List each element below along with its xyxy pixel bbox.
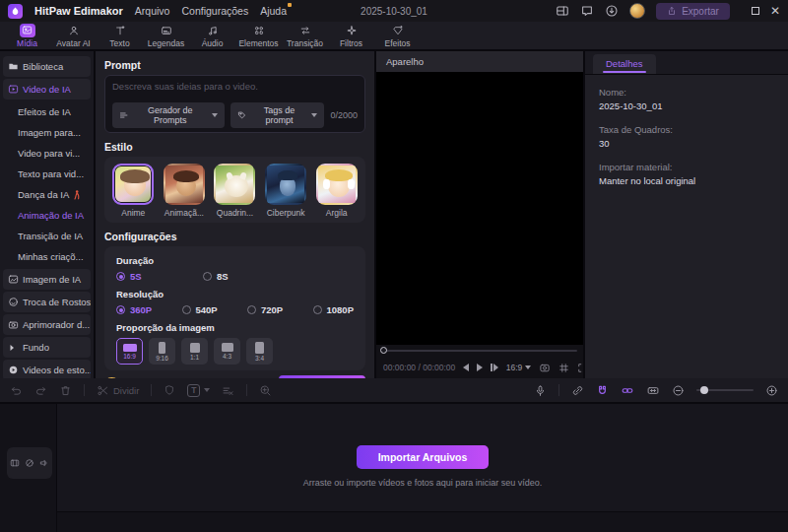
import-material-label: Importar material:	[599, 162, 774, 172]
undo-icon[interactable]	[10, 384, 23, 397]
resolution-540p-radio[interactable]: 540P	[182, 304, 248, 315]
export-button[interactable]: Exportar	[656, 3, 730, 20]
sidebar-item-aprimorador[interactable]: Aprimorador d...	[3, 314, 91, 335]
timeline-canvas[interactable]: Importar Arquivos Arraste ou importe víd…	[57, 404, 788, 532]
sidebar-item-danca-da-ia[interactable]: Dança da IA	[3, 184, 91, 205]
style-ciberpunk[interactable]: Ciberpunk	[265, 164, 307, 218]
workspace: Biblioteca Video de IA Efeitos de IA Ima…	[0, 51, 788, 378]
preview-aspect-dropdown[interactable]: 16:9	[506, 363, 532, 372]
feedback-icon[interactable]	[580, 4, 594, 18]
sidebar-item-troca-de-rostos[interactable]: Troca de Rostos	[3, 292, 91, 312]
prompt-generator-button[interactable]: Gerador de Prompts	[112, 102, 225, 128]
sidebar-item-imagem-de-ia[interactable]: Imagem de IA	[3, 269, 91, 290]
tab-detalhes[interactable]: Detalhes	[593, 54, 656, 74]
hide-track-icon[interactable]	[25, 458, 34, 468]
prompt-tags-button[interactable]: Tags de prompt	[230, 102, 325, 128]
seekbar-track	[382, 350, 577, 352]
style-argila[interactable]: Argila	[315, 164, 358, 218]
duration-5s-radio[interactable]: 5S	[116, 271, 203, 282]
zoom-to-fit-icon[interactable]	[259, 384, 272, 397]
delete-track-icon[interactable]	[222, 384, 234, 397]
tab-legendas[interactable]: Legendas	[143, 24, 189, 48]
download-icon[interactable]	[605, 4, 619, 18]
chevron-down-icon	[212, 113, 218, 117]
resolution-1080p-radio[interactable]: 1080P	[313, 304, 354, 315]
tab-efeitos[interactable]: Efeitos	[374, 24, 421, 48]
seekbar-handle[interactable]	[380, 347, 387, 354]
timeline-zoom-slider[interactable]	[696, 389, 754, 391]
sidebar-item-transicao-de-ia[interactable]: Transição de IA	[3, 226, 91, 246]
export-icon	[667, 6, 677, 16]
app-name: HitPaw Edimakor	[34, 5, 123, 17]
redo-icon[interactable]	[34, 384, 47, 397]
window-maximize-button[interactable]	[752, 7, 759, 15]
menu-arquivo[interactable]: Arquivo	[135, 5, 170, 17]
snapshot-icon[interactable]	[539, 362, 551, 373]
grid-icon[interactable]	[558, 363, 569, 373]
auto-ripple-icon[interactable]	[621, 384, 634, 397]
tab-elementos[interactable]: Elementos	[235, 24, 282, 48]
import-files-button[interactable]: Importar Arquivos	[357, 445, 490, 469]
sidebar-item-texto-para[interactable]: Texto para vid...	[3, 164, 91, 184]
sidebar-item-animacao-de-ia[interactable]: Animação de IA	[3, 205, 91, 226]
play-icon[interactable]	[477, 364, 483, 371]
elements-icon	[252, 24, 266, 37]
framerate-label: Taxa de Quadros:	[599, 124, 774, 135]
sidebar-item-videos-de-estoque[interactable]: Videos de esto...	[3, 360, 91, 378]
aspect-9-16-button[interactable]: 9:16	[149, 338, 175, 365]
sidebar-item-fundo[interactable]: Fundo	[3, 337, 91, 358]
tab-texto[interactable]: Texto	[97, 24, 143, 48]
duration-options: 5S 8S	[116, 271, 354, 282]
timeline-toolbar: Dividir T	[0, 378, 788, 404]
sidebar-item-biblioteca[interactable]: Biblioteca	[3, 56, 91, 77]
sidebar-item-imagem-para[interactable]: Imagem para...	[3, 122, 91, 143]
layout-panels-icon[interactable]	[556, 4, 569, 18]
resolution-360p-radio[interactable]: 360P	[116, 304, 182, 315]
video-track-icon[interactable]	[10, 458, 20, 468]
chevron-down-icon	[311, 113, 317, 117]
tab-filtros[interactable]: Filtros	[328, 24, 374, 48]
zoom-slider-handle[interactable]	[700, 386, 708, 394]
style-quadrinhos[interactable]: Quadrin...	[214, 164, 256, 218]
sidebar-item-efeitos-de-ia[interactable]: Efeitos de IA	[3, 101, 91, 122]
tab-audio[interactable]: Áudio	[189, 24, 235, 48]
sidebar-item-video-para[interactable]: Video para vi...	[3, 143, 91, 164]
sidebar-item-minhas-criacoes[interactable]: Minhas criaçõ...	[3, 246, 91, 267]
window-close-button[interactable]: ✕	[770, 7, 780, 15]
link-clips-icon[interactable]	[571, 384, 584, 397]
style-animacao[interactable]: Animaçã...	[164, 164, 206, 218]
zoom-in-icon[interactable]	[765, 384, 778, 397]
zoom-out-icon[interactable]	[672, 384, 685, 397]
timeline-bottom-strip	[57, 511, 788, 532]
style-anime[interactable]: Anime	[112, 164, 155, 218]
aspect-1-1-button[interactable]: 1:1	[181, 338, 208, 365]
previous-frame-icon[interactable]	[463, 364, 469, 371]
marker-icon[interactable]	[164, 384, 175, 396]
menu-configuracoes[interactable]: Configurações	[181, 5, 248, 17]
mute-track-icon[interactable]	[39, 458, 49, 468]
duration-8s-radio[interactable]: 8S	[203, 271, 290, 282]
aspect-16-9-button[interactable]: 16:9	[116, 338, 143, 365]
preview-seekbar[interactable]	[376, 345, 583, 357]
app-window: HitPaw Edimakor Arquivo Configurações Aj…	[0, 0, 788, 532]
character-counter: 0/2000	[330, 110, 358, 120]
preview-screen[interactable]	[376, 72, 583, 345]
aspect-ratio-label: Proporção da imagem	[116, 322, 354, 333]
aspect-3-4-button[interactable]: 3:4	[246, 338, 273, 365]
tab-midia[interactable]: Mídia	[4, 24, 50, 48]
sidebar-item-video-de-ia[interactable]: Video de IA	[3, 79, 91, 100]
magnet-snap-icon[interactable]	[596, 384, 609, 397]
menu-ajuda[interactable]: Ajuda	[260, 5, 287, 17]
split-button[interactable]: Dividir	[97, 384, 139, 397]
fit-timeline-icon[interactable]	[646, 384, 660, 397]
aspect-4-3-button[interactable]: 4:3	[214, 338, 240, 365]
next-frame-icon[interactable]	[491, 364, 498, 371]
voiceover-mic-icon[interactable]	[534, 384, 547, 397]
tab-avatar-ai[interactable]: Avatar AI	[50, 24, 97, 48]
tab-transicao[interactable]: Transição	[282, 24, 328, 48]
resolution-720p-radio[interactable]: 720P	[247, 304, 313, 315]
text-tool-icon[interactable]: T	[187, 384, 210, 397]
delete-icon[interactable]	[59, 384, 72, 397]
prompt-input[interactable]	[112, 81, 358, 102]
user-avatar[interactable]	[629, 3, 645, 19]
